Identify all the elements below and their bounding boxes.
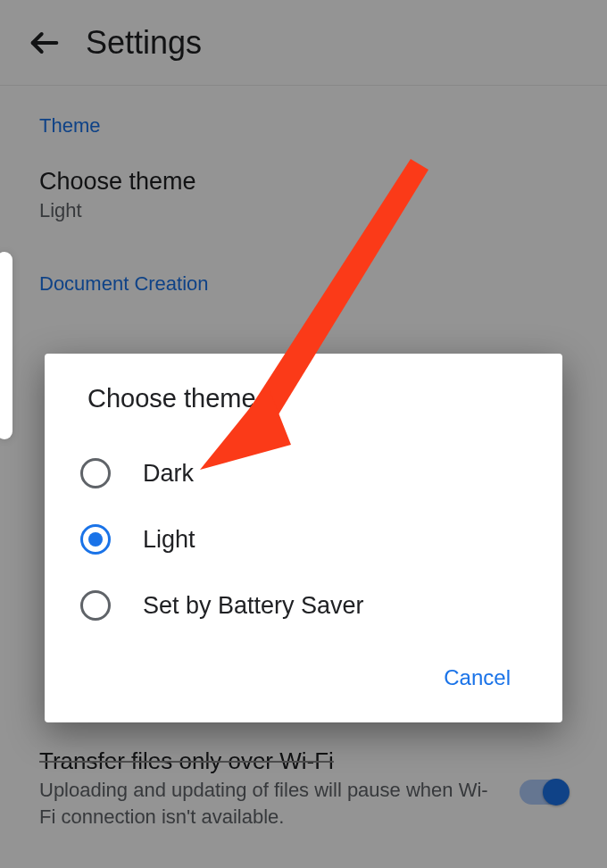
choose-theme-dialog: Choose theme Dark Light Set by Battery S… <box>45 354 562 722</box>
theme-option-label: Dark <box>143 460 194 488</box>
dialog-actions: Cancel <box>71 638 536 710</box>
navigation-handle[interactable] <box>0 252 12 439</box>
theme-option-dark[interactable]: Dark <box>71 440 536 506</box>
radio-icon <box>80 458 111 488</box>
radio-icon <box>80 590 111 621</box>
cancel-button[interactable]: Cancel <box>433 656 521 699</box>
theme-option-battery[interactable]: Set by Battery Saver <box>71 572 536 638</box>
theme-option-label: Light <box>143 526 195 554</box>
radio-icon <box>80 524 111 555</box>
dialog-title: Choose theme <box>71 384 536 413</box>
theme-option-label: Set by Battery Saver <box>143 592 364 620</box>
theme-option-light[interactable]: Light <box>71 506 536 572</box>
